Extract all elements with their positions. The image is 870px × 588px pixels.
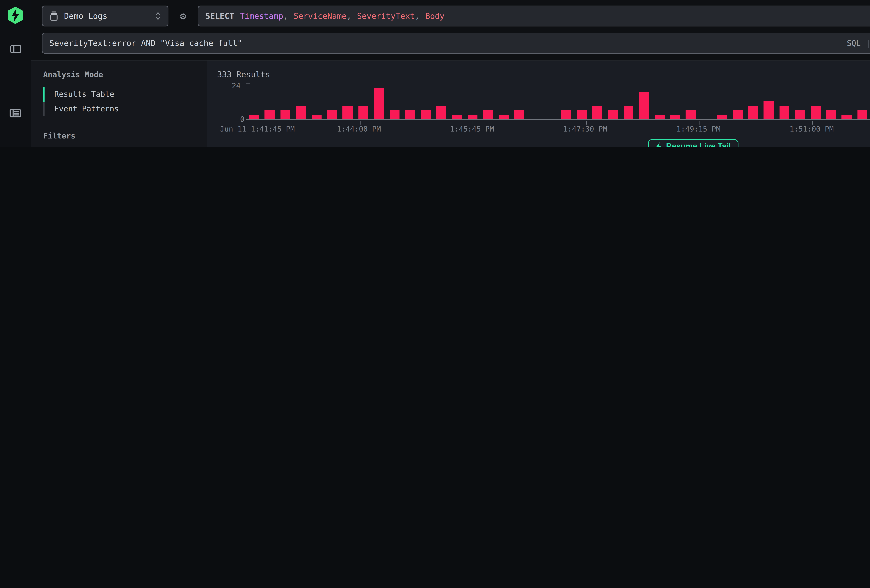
- histogram-bar-slot: [855, 83, 870, 119]
- chart-explorer-icon[interactable]: [5, 141, 26, 147]
- x-axis-tick-mark: [812, 121, 813, 125]
- histogram-bar: [311, 115, 322, 119]
- histogram-bar-slot: [823, 83, 839, 119]
- histogram-bar-slot: [839, 83, 855, 119]
- histogram-bar-slot: [293, 83, 309, 119]
- histogram-bar: [858, 110, 867, 119]
- content: Analysis Mode Results Table Event Patter…: [31, 60, 870, 147]
- x-axis-tick-label: 1:51:00 PM: [790, 125, 834, 133]
- histogram-bar: [686, 110, 696, 119]
- histogram-bar: [436, 106, 446, 119]
- histogram-bar: [748, 106, 758, 119]
- histogram-bar: [826, 110, 836, 119]
- x-axis-tick-mark: [472, 121, 473, 125]
- select-query-input[interactable]: SELECTTimestamp,ServiceName,SeverityText…: [198, 6, 870, 27]
- chart-x-ticks: Jun 11 1:41:45 PM1:44:00 PM1:45:45 PM1:4…: [246, 125, 870, 137]
- histogram-bar-slot: [714, 83, 730, 119]
- histogram-bar-slot: [527, 83, 543, 119]
- y-axis-min-label: 0: [240, 115, 244, 123]
- analysis-mode-heading: Analysis Mode: [43, 70, 195, 79]
- x-axis-tick-label: 1:47:30 PM: [563, 125, 607, 133]
- histogram-bar: [514, 110, 524, 119]
- histogram-bar: [592, 106, 602, 119]
- x-axis-tick-mark: [359, 121, 360, 125]
- histogram-bar: [623, 106, 633, 119]
- histogram-bar: [468, 115, 477, 119]
- query-column: SeverityText: [357, 11, 415, 21]
- histogram-bar-slot: [324, 83, 340, 119]
- mode-event-patterns[interactable]: Event Patterns: [43, 101, 195, 116]
- results-count: 333 Results: [217, 70, 270, 79]
- histogram-bar-slot: [434, 83, 449, 119]
- database-icon: [49, 11, 58, 21]
- mode-results-table[interactable]: Results Table: [43, 87, 195, 101]
- histogram-bar-slot: [465, 83, 480, 119]
- right-column: Demo Logs ⚙ SELECTTimestamp,ServiceName,…: [31, 0, 870, 147]
- source-label: Demo Logs: [64, 11, 150, 21]
- histogram-bar-slot: [512, 83, 527, 119]
- results-histogram: 24 0 Jun 11 1:41:45 PM1:44:00 PM1:45:45 …: [217, 83, 870, 136]
- histogram-bar: [795, 110, 805, 119]
- histogram-bar-slot: [621, 83, 636, 119]
- collapse-panel-icon[interactable]: [5, 38, 26, 59]
- histogram-bar: [374, 87, 384, 119]
- search-input[interactable]: SeverityText:error AND "Visa cache full"…: [42, 33, 870, 54]
- x-axis-tick-label: 1:49:15 PM: [676, 125, 721, 133]
- histogram-bar: [577, 110, 587, 119]
- histogram-bar-slot: [590, 83, 605, 119]
- search-logs-icon[interactable]: [5, 102, 26, 123]
- lightning-icon: [655, 141, 662, 147]
- source-selector[interactable]: Demo Logs: [42, 6, 168, 27]
- x-axis-tick-label: 1:45:45 PM: [450, 125, 494, 133]
- histogram-bar-slot: [262, 83, 278, 119]
- histogram-bar-slot: [574, 83, 590, 119]
- histogram-bar-slot: [730, 83, 745, 119]
- histogram-bar-slot: [340, 83, 356, 119]
- histogram-bar-slot: [418, 83, 434, 119]
- histogram-bar-slot: [776, 83, 792, 119]
- histogram-bar: [421, 110, 431, 119]
- histogram-bar: [327, 110, 337, 119]
- source-settings-button[interactable]: ⚙: [175, 6, 191, 27]
- histogram-bar-slot: [387, 83, 402, 119]
- filters-heading: Filters: [43, 131, 195, 141]
- query-column: Timestamp: [240, 11, 283, 21]
- sidebar: Analysis Mode Results Table Event Patter…: [31, 61, 207, 147]
- histogram-bar-slot: [449, 83, 465, 119]
- histogram-bar: [280, 110, 290, 119]
- histogram-bar: [764, 101, 774, 119]
- histogram-bar: [639, 92, 649, 119]
- histogram-bar: [733, 110, 743, 119]
- histogram-bar-slot: [699, 83, 714, 119]
- histogram-bar: [561, 110, 571, 119]
- histogram-bar-slot: [683, 83, 699, 119]
- resume-live-tail-button[interactable]: Resume Live Tail: [648, 139, 739, 147]
- histogram-bar: [390, 110, 399, 119]
- histogram-bar-slot: [636, 83, 652, 119]
- x-axis-tick-mark: [699, 121, 699, 125]
- histogram-bar: [811, 106, 821, 119]
- app-logo-icon[interactable]: [6, 6, 24, 27]
- results-panel: 333 Results Scanned Rows: 788242 24 0 Ju…: [207, 61, 870, 147]
- histogram-bar-slot: [496, 83, 512, 119]
- histogram-bar: [670, 115, 680, 119]
- histogram-bar-slot: [309, 83, 325, 119]
- histogram-bar-slot: [246, 83, 262, 119]
- y-axis-top-tick: [246, 83, 250, 83]
- histogram-bar-slot: [667, 83, 683, 119]
- histogram-bar: [405, 110, 415, 119]
- histogram-bar: [655, 115, 664, 119]
- mode-separator: |: [866, 39, 870, 48]
- sql-mode-toggle[interactable]: SQL: [847, 39, 861, 48]
- histogram-bar: [249, 115, 259, 119]
- x-axis-tick-label: 1:44:00 PM: [337, 125, 381, 133]
- query-column: Body: [425, 11, 445, 21]
- chart-plot[interactable]: [246, 83, 870, 121]
- histogram-bar-slot: [402, 83, 418, 119]
- histogram-bar-slot: [277, 83, 293, 119]
- histogram-bar: [343, 106, 353, 119]
- histogram-bar: [779, 106, 789, 119]
- histogram-bar: [499, 115, 509, 119]
- histogram-bar: [842, 115, 852, 119]
- histogram-bar-slot: [761, 83, 777, 119]
